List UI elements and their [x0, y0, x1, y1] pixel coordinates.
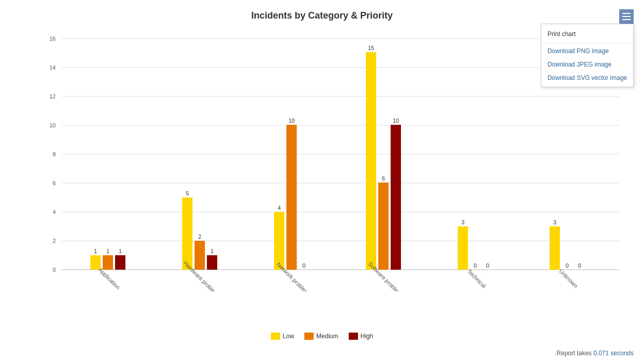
footer-duration: 0.071 seconds [593, 350, 634, 357]
label-unknown-high: 0 [578, 262, 581, 269]
footer: .Report takes 0.071 seconds [555, 350, 634, 357]
label-hardware-medium: 2 [198, 234, 201, 240]
footer-text: .Report takes [555, 350, 593, 357]
bar-software-medium [378, 183, 389, 270]
label-unknown-low: 3 [553, 219, 556, 225]
label-unknown-medium: 0 [566, 262, 569, 269]
bar-hardware-low [182, 197, 192, 270]
label-application-low: 1 [94, 248, 97, 254]
label-technical-medium: 0 [474, 262, 477, 269]
bar-application-medium [103, 255, 113, 270]
label-application-high: 1 [119, 248, 122, 254]
label-software-high: 10 [393, 118, 399, 124]
bar-software-high [391, 125, 401, 270]
bar-network-low [274, 212, 284, 270]
chart-title: Incidents by Category & Priority [0, 0, 644, 26]
download-jpeg-item[interactable]: Download JPEG image [541, 58, 633, 71]
y-label-16: 16 [50, 36, 56, 42]
y-label-8: 8 [53, 151, 56, 157]
bar-technical-low [458, 226, 468, 270]
legend-label-low: Low [283, 333, 294, 340]
y-label-4: 4 [53, 209, 56, 215]
label-network-medium: 10 [288, 118, 295, 124]
y-label-0: 0 [53, 267, 56, 273]
legend-item-low: Low [271, 333, 294, 340]
cat-label-technical: Technical [466, 268, 487, 289]
menu-divider [541, 43, 633, 43]
bar-application-low [90, 255, 101, 270]
label-hardware-high: 1 [211, 248, 214, 254]
label-network-low: 4 [278, 205, 281, 211]
y-label-14: 14 [50, 64, 56, 71]
y-label-2: 2 [53, 238, 56, 244]
chart-legend: Low Medium High [271, 333, 373, 340]
bar-application-high [115, 255, 125, 270]
chart-dropdown-menu: Print chart Download PNG image Download … [541, 24, 634, 87]
legend-label-medium: Medium [316, 333, 339, 340]
download-svg-item[interactable]: Download SVG vector image [541, 71, 633, 85]
label-technical-high: 0 [486, 262, 489, 269]
legend-color-low [271, 333, 280, 340]
legend-item-high: High [349, 333, 374, 340]
legend-item-medium: Medium [304, 333, 339, 340]
y-label-12: 12 [50, 93, 56, 100]
legend-color-high [349, 333, 358, 340]
legend-color-medium [304, 333, 314, 340]
label-application-medium: 1 [106, 248, 109, 254]
chart-container: Incidents by Category & Priority Print c… [0, 0, 644, 363]
legend-label-high: High [361, 333, 374, 340]
cat-label-unknown: Unknown [558, 268, 579, 289]
bar-hardware-high [207, 255, 217, 270]
bar-unknown-low [550, 226, 560, 270]
label-network-high: 0 [302, 262, 305, 269]
label-software-medium: 6 [382, 175, 385, 182]
label-technical-low: 3 [461, 219, 464, 225]
download-png-item[interactable]: Download PNG image [541, 44, 633, 58]
label-hardware-low: 5 [186, 190, 189, 196]
print-chart-item[interactable]: Print chart [541, 26, 633, 42]
bar-hardware-medium [195, 241, 205, 270]
y-label-10: 10 [50, 122, 56, 128]
chart-menu-button[interactable] [619, 9, 634, 24]
cat-label-application: Application [98, 267, 122, 291]
bar-software-low [366, 52, 376, 270]
label-software-low: 15 [368, 45, 374, 51]
bar-network-medium [286, 125, 297, 270]
chart-svg: .axis-label { font-size: 11px; fill: #55… [26, 28, 629, 291]
y-label-6: 6 [53, 180, 56, 186]
